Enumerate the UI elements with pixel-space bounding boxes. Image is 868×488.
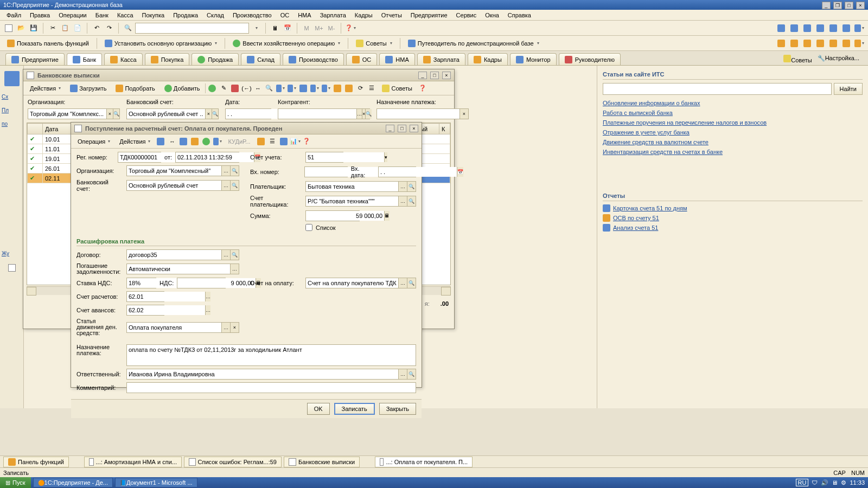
bankacc-field[interactable]: …🔍 <box>126 180 239 191</box>
menu-item[interactable]: Банк <box>92 11 112 20</box>
tb-icon[interactable]: ☰ <box>367 84 376 93</box>
vat-field[interactable]: 🖩 <box>177 278 226 288</box>
lang-indicator[interactable]: RU <box>796 479 809 486</box>
panel-icon[interactable] <box>802 38 813 49</box>
menu-item[interactable]: Правка <box>27 11 53 20</box>
lookup-icon[interactable]: 🔍 <box>407 182 416 191</box>
panel-icon[interactable] <box>776 38 787 49</box>
tab-salary[interactable]: Зарплата <box>417 53 465 65</box>
tool-icon[interactable] <box>815 23 826 34</box>
tb-icon[interactable] <box>156 137 165 146</box>
tb-icon[interactable] <box>201 137 211 146</box>
strip-link[interactable]: Сх <box>2 94 22 100</box>
settleacc-field[interactable]: … <box>126 291 164 302</box>
find-icon[interactable]: 🔍 <box>123 23 133 34</box>
org-field[interactable]: ×🔍 <box>28 108 120 119</box>
settings-link[interactable]: 🔧Настройка... <box>818 55 859 63</box>
inno-field[interactable] <box>304 166 348 177</box>
doc-titlebar[interactable]: Поступление на расчетный счет: Оплата от… <box>71 123 422 134</box>
open-icon[interactable]: 📂 <box>16 23 27 34</box>
start-button[interactable]: ⊞ Пуск <box>0 477 31 488</box>
dock-item-active[interactable]: ...: Оплата от покупателя. П... <box>375 457 473 467</box>
menu-item[interactable]: Справка <box>505 11 534 20</box>
restore-btn[interactable]: ❐ <box>833 2 842 9</box>
panel-icon[interactable] <box>815 38 826 49</box>
help-icon[interactable]: ❓ <box>345 23 356 34</box>
select-icon[interactable]: … <box>398 369 407 379</box>
tray-icon[interactable]: 🖥 <box>832 479 838 486</box>
lookup-icon[interactable]: 🔍 <box>113 109 119 119</box>
lookup-icon[interactable]: 🔍 <box>230 181 239 190</box>
select-icon[interactable]: … <box>221 181 230 190</box>
report-link[interactable]: Анализ счета 51 <box>603 224 863 232</box>
tb-icon[interactable] <box>230 84 240 93</box>
menu-item[interactable]: Касса <box>114 11 137 20</box>
close-btn[interactable]: × <box>856 2 865 9</box>
menu-item[interactable]: Предприятие <box>407 11 451 20</box>
set-org-button[interactable]: Установить основную организацию <box>101 38 221 49</box>
tab-production[interactable]: Производство <box>283 53 344 65</box>
date-field[interactable]: 📅× <box>225 108 271 119</box>
m-icon[interactable]: M <box>301 23 312 34</box>
copy-icon[interactable]: 📋 <box>60 23 71 34</box>
tb-icon[interactable] <box>276 84 285 93</box>
actions-button[interactable]: Действия <box>26 84 65 93</box>
redo-icon[interactable]: ↷ <box>104 23 114 34</box>
tb-icon[interactable] <box>298 84 308 93</box>
tb-icon[interactable] <box>321 84 331 93</box>
calc-icon[interactable]: 🖩 <box>270 23 280 34</box>
mplus-icon[interactable]: M+ <box>314 23 324 34</box>
tab-enterprise[interactable]: Предприятие <box>5 53 65 65</box>
tab-nma[interactable]: НМА <box>379 53 414 65</box>
mminus-icon[interactable]: M- <box>326 23 337 34</box>
select-icon[interactable]: … <box>230 264 239 274</box>
cal-icon[interactable]: 📅 <box>457 167 463 177</box>
write-button[interactable]: Записать <box>334 403 375 415</box>
strip-link[interactable]: по <box>2 121 22 127</box>
search-combo[interactable] <box>135 23 249 34</box>
clear-icon[interactable]: × <box>459 109 468 119</box>
save-icon[interactable]: 💾 <box>28 23 39 34</box>
regdate-field[interactable]: 📅 <box>175 152 239 163</box>
pick-button[interactable]: Подобрать <box>112 83 158 94</box>
tool-icon[interactable] <box>828 23 839 34</box>
payeracc-field[interactable]: …🔍 <box>305 196 416 207</box>
invoice-field[interactable]: …🔍 <box>305 278 416 288</box>
tb-icon[interactable]: 📊 <box>290 137 300 146</box>
find-button[interactable]: Найти <box>834 83 863 95</box>
select-icon[interactable]: … <box>205 305 210 315</box>
its-link[interactable]: Движение средств на валютном счете <box>603 138 863 146</box>
search-dd-icon[interactable] <box>251 23 261 34</box>
tab-personnel[interactable]: Кадры <box>468 53 508 65</box>
taskbar-item[interactable]: 📘 Документ1 - Microsoft ... <box>115 478 197 487</box>
tool-icon[interactable] <box>789 23 800 34</box>
its-link[interactable]: Работа с выпиской банка <box>603 109 863 117</box>
dock-item[interactable]: Банковские выписки <box>284 457 360 467</box>
paste-icon[interactable]: 📄 <box>72 23 83 34</box>
select-icon[interactable]: … <box>205 292 210 301</box>
menu-item[interactable]: Файл <box>3 11 24 20</box>
lookup-icon[interactable]: 🔍 <box>407 196 416 206</box>
actions-button[interactable]: Действия <box>116 137 154 146</box>
its-link[interactable]: Обновление информации о банках <box>603 99 863 107</box>
panel-icon[interactable] <box>854 38 865 49</box>
menu-item[interactable]: Окна <box>482 11 502 20</box>
min-icon[interactable]: _ <box>418 72 427 79</box>
select-icon[interactable]: … <box>398 182 407 191</box>
strip-link[interactable]: Жу <box>2 251 22 256</box>
menu-item[interactable]: Отчеты <box>378 11 405 20</box>
kudir-button[interactable]: КУДиР... <box>224 137 254 146</box>
enter-op-button[interactable]: Ввести хозяйственную операцию <box>229 38 344 49</box>
tool-icon[interactable] <box>841 23 852 34</box>
max-icon[interactable]: □ <box>430 72 439 79</box>
tb-icon[interactable] <box>333 84 342 93</box>
tb-icon[interactable]: ✎ <box>219 84 228 93</box>
report-link[interactable]: Карточка счета 51 по дням <box>603 204 863 212</box>
menu-item[interactable]: Операции <box>55 11 90 20</box>
its-link[interactable]: Инвентаризация средств на счетах в банке <box>603 148 863 156</box>
lookup-icon[interactable]: 🔍 <box>230 250 239 260</box>
demo-guide-button[interactable]: Путеводитель по демонстрационной базе <box>404 38 543 49</box>
debt-field[interactable]: … <box>126 264 239 274</box>
tb-icon[interactable] <box>213 137 222 146</box>
select-icon[interactable]: … <box>356 109 362 119</box>
